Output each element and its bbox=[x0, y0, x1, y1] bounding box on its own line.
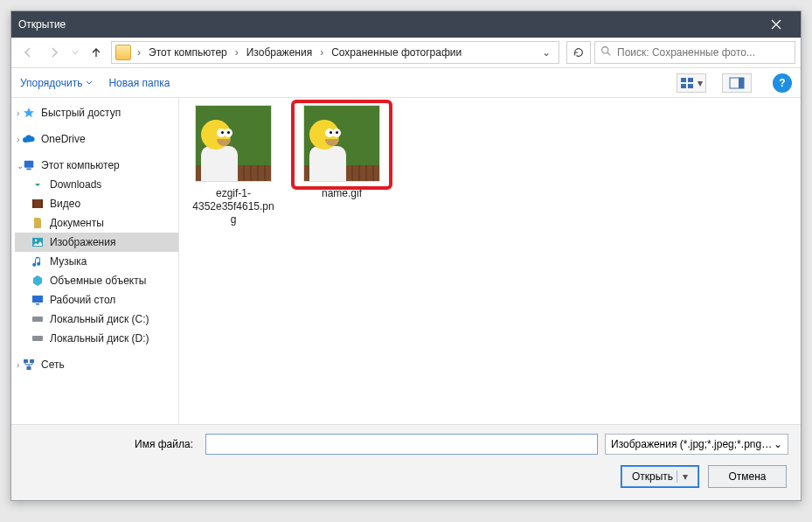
svg-rect-3 bbox=[681, 84, 686, 88]
chevron-down-icon[interactable]: ▾ bbox=[677, 470, 688, 483]
chevron-right-icon[interactable]: › bbox=[316, 46, 328, 59]
breadcrumb[interactable]: › Этот компьютер › Изображения › Сохране… bbox=[111, 41, 559, 64]
file-name: ezgif-1-4352e35f4615.png bbox=[190, 187, 277, 226]
refresh-button[interactable] bbox=[566, 41, 591, 64]
refresh-icon bbox=[573, 46, 585, 59]
svg-rect-6 bbox=[739, 78, 744, 88]
close-icon bbox=[771, 19, 781, 30]
chevron-down-icon: ▾ bbox=[697, 77, 703, 89]
dialog-footer: Имя файла: Изображения (*.jpg;*.jpeg;*.p… bbox=[11, 424, 801, 500]
help-button[interactable]: ? bbox=[773, 73, 792, 93]
svg-point-0 bbox=[602, 47, 608, 53]
open-dialog: Открытие › Этот компьютер › Изображения … bbox=[10, 10, 802, 501]
tree-3d-objects[interactable]: Объемные объекты bbox=[15, 271, 178, 290]
expand-icon[interactable]: › bbox=[17, 360, 27, 370]
collapse-icon[interactable]: ⌄ bbox=[17, 161, 27, 171]
tree-this-pc[interactable]: ⌄Этот компьютер bbox=[15, 156, 178, 175]
crumb-pictures[interactable]: Изображения bbox=[245, 46, 314, 59]
svg-rect-10 bbox=[32, 199, 34, 208]
breadcrumb-dropdown[interactable]: ⌄ bbox=[538, 46, 555, 59]
arrow-up-icon bbox=[89, 45, 103, 59]
tree-disk-c[interactable]: Локальный диск (C:) bbox=[15, 310, 178, 329]
forward-button[interactable] bbox=[43, 41, 66, 64]
svg-rect-11 bbox=[41, 199, 43, 208]
chevron-right-icon[interactable]: › bbox=[133, 46, 145, 59]
organize-label: Упорядочить bbox=[20, 77, 82, 89]
tree-network[interactable]: ›Сеть bbox=[15, 355, 178, 374]
toolbar: Упорядочить Новая папка ▾ ? bbox=[11, 68, 801, 98]
dialog-body: ›Быстрый доступ ›OneDrive ⌄Этот компьюте… bbox=[11, 98, 801, 424]
chevron-right-icon[interactable]: › bbox=[231, 46, 243, 59]
tree-disk-d[interactable]: Локальный диск (D:) bbox=[15, 329, 178, 348]
search-input[interactable] bbox=[617, 46, 789, 59]
preview-pane-icon bbox=[729, 77, 745, 89]
window-title: Открытие bbox=[18, 18, 759, 31]
chevron-down-icon bbox=[86, 80, 93, 87]
chevron-down-icon: ⌄ bbox=[774, 438, 782, 450]
preview-pane-button[interactable] bbox=[722, 73, 752, 93]
svg-rect-16 bbox=[32, 317, 43, 322]
arrow-left-icon bbox=[21, 45, 35, 59]
crumb-saved-photos[interactable]: Сохраненные фотографии bbox=[330, 46, 463, 59]
navigation-tree: ›Быстрый доступ ›OneDrive ⌄Этот компьюте… bbox=[11, 98, 179, 424]
tree-downloads[interactable]: Downloads bbox=[15, 175, 178, 194]
chevron-down-icon bbox=[72, 49, 79, 56]
crumb-this-pc[interactable]: Этот компьютер bbox=[147, 46, 229, 59]
titlebar: Открытие bbox=[11, 11, 801, 38]
close-button[interactable] bbox=[759, 11, 794, 38]
filetype-dropdown[interactable]: Изображения (*.jpg;*.jpeg;*.png;*.gif) ⌄ bbox=[605, 434, 788, 455]
tree-documents[interactable]: Документы bbox=[15, 213, 178, 233]
tree-music[interactable]: Музыка bbox=[15, 252, 178, 271]
back-button[interactable] bbox=[17, 41, 39, 64]
file-list[interactable]: ezgif-1-4352e35f4615.png name.gif bbox=[179, 98, 801, 424]
arrow-right-icon bbox=[47, 45, 61, 59]
tree-onedrive[interactable]: ›OneDrive bbox=[15, 129, 178, 149]
file-item[interactable]: ezgif-1-4352e35f4615.png bbox=[190, 105, 277, 226]
file-name: name.gif bbox=[298, 187, 385, 200]
tree-quick-access[interactable]: ›Быстрый доступ bbox=[15, 103, 178, 122]
svg-rect-19 bbox=[30, 359, 34, 363]
view-mode-button[interactable]: ▾ bbox=[677, 73, 706, 93]
file-thumbnail bbox=[303, 105, 380, 182]
svg-rect-15 bbox=[36, 303, 39, 305]
cancel-button[interactable]: Отмена bbox=[708, 465, 787, 488]
svg-rect-8 bbox=[26, 169, 31, 171]
folder-icon bbox=[115, 45, 131, 60]
expand-icon[interactable]: › bbox=[17, 108, 27, 118]
filename-label: Имя файла: bbox=[24, 438, 198, 450]
svg-rect-17 bbox=[32, 336, 43, 341]
svg-rect-4 bbox=[688, 84, 693, 88]
open-button[interactable]: Открыть ▾ bbox=[621, 465, 699, 488]
expand-icon[interactable]: › bbox=[17, 135, 27, 144]
nav-row: › Этот компьютер › Изображения › Сохране… bbox=[11, 38, 801, 68]
svg-rect-20 bbox=[27, 366, 31, 370]
filename-input[interactable] bbox=[205, 434, 598, 455]
svg-rect-14 bbox=[32, 296, 43, 303]
tree-desktop[interactable]: Рабочий стол bbox=[15, 290, 178, 310]
file-thumbnail bbox=[195, 105, 272, 182]
search-icon bbox=[600, 45, 612, 59]
new-folder-button[interactable]: Новая папка bbox=[108, 77, 170, 89]
recent-dropdown[interactable] bbox=[69, 41, 81, 64]
up-button[interactable] bbox=[85, 41, 108, 64]
file-item-selected[interactable]: name.gif bbox=[298, 105, 385, 200]
svg-rect-2 bbox=[688, 78, 693, 82]
filetype-label: Изображения (*.jpg;*.jpeg;*.png;*.gif) bbox=[611, 438, 774, 450]
organize-button[interactable]: Упорядочить bbox=[20, 77, 93, 89]
search-box[interactable] bbox=[594, 41, 795, 64]
help-icon: ? bbox=[779, 77, 785, 89]
svg-rect-1 bbox=[681, 78, 686, 82]
tree-pictures[interactable]: Изображения bbox=[15, 233, 178, 252]
svg-point-13 bbox=[35, 240, 37, 241]
thumbnails-icon bbox=[680, 77, 696, 89]
tree-videos[interactable]: Видео bbox=[15, 194, 178, 213]
